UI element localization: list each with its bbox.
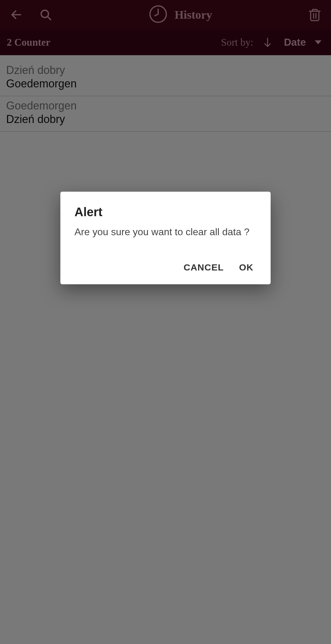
cancel-button[interactable]: CANCEL [184,262,224,273]
modal-scrim[interactable]: Alert Are you sure you want to clear all… [0,0,331,644]
ok-button[interactable]: OK [239,262,253,273]
dialog-title: Alert [74,205,257,219]
alert-dialog: Alert Are you sure you want to clear all… [60,192,271,284]
dialog-actions: CANCEL OK [74,262,257,278]
dialog-message: Are you sure you want to clear all data … [74,226,257,238]
